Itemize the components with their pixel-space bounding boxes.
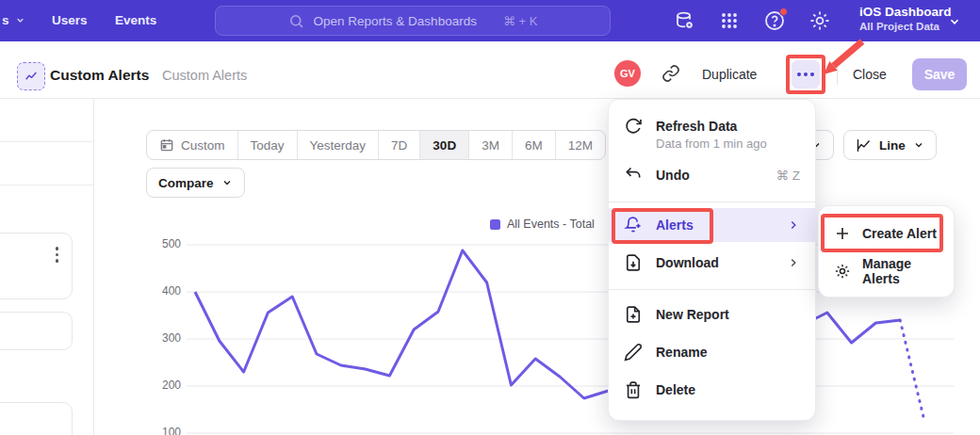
menu-item-alerts[interactable]: Alerts [609,208,815,242]
top-navigation-bar: s Users Events Open Reports & Dashboards… [0,0,980,41]
file-plus-icon [624,305,643,324]
chart-type-button[interactable]: Line [843,130,937,160]
undo-shortcut: ⌘ Z [776,168,801,183]
help-icon[interactable] [763,9,786,32]
gear-icon [834,263,851,280]
builder-card[interactable] [0,402,73,435]
y-axis-tick: 400 [143,284,181,298]
y-axis-tick: 500 [143,237,181,250]
submenu-item-create-alert[interactable]: Create Alert [819,215,954,252]
menu-item-rename[interactable]: Rename [609,333,815,371]
report-icon [17,62,45,90]
range-yesterday[interactable]: Yesterday [297,131,379,159]
report-header: Custom Alerts Custom Alerts GV Duplicate… [0,41,980,99]
chart-legend[interactable]: All Events - Total [490,218,595,231]
submenu-item-manage-alerts[interactable]: Manage Alerts [819,252,954,290]
panel-divider [93,99,94,435]
legend-swatch [490,219,500,230]
sidebar-separator [0,185,93,185]
sidebar-separator [0,141,93,142]
chevron-right-icon [787,256,800,269]
refresh-icon [624,117,643,136]
breadcrumb: Custom Alerts [162,68,247,83]
context-menu: Refresh Data Data from 1 min ago Undo ⌘ … [608,99,816,421]
menu-item-refresh-subtitle: Data from 1 min ago [609,137,815,154]
pencil-icon [624,343,643,362]
download-file-icon [624,253,643,272]
range-3m[interactable]: 3M [468,131,512,159]
menu-divider [609,289,815,290]
chevron-down-icon [221,177,233,188]
nav-item-events[interactable]: Events [115,13,156,27]
kebab-menu-icon[interactable] [56,247,59,263]
bell-plus-icon [624,216,643,234]
project-scope: All Project Data [859,21,952,32]
menu-divider [609,201,815,202]
chevron-down-icon [15,15,25,25]
close-button[interactable]: Close [853,67,887,82]
data-gear-icon[interactable] [673,9,695,32]
compare-button[interactable]: Compare [146,168,245,198]
range-today[interactable]: Today [237,131,297,159]
menu-item-new-report[interactable]: New Report [609,296,815,333]
range-12m[interactable]: 12M [555,131,605,159]
legend-label: All Events - Total [507,218,595,231]
menu-item-download[interactable]: Download [609,242,815,283]
range-6m[interactable]: 6M [512,131,555,159]
builder-card[interactable] [0,233,73,299]
page-title: Custom Alerts [50,67,149,84]
line-chart-icon [856,137,872,153]
search-shortcut: ⌘ + K [503,14,538,28]
date-range-picker: Custom Today Yesterday 7D 30D 3M 6M 12M [146,130,606,160]
search-icon [288,13,304,29]
builder-card[interactable] [0,312,73,350]
range-7d[interactable]: 7D [378,131,419,159]
range-custom[interactable]: Custom [147,131,237,159]
project-switcher[interactable]: iOS Dashboard All Project Data [859,5,952,32]
line-series-incomplete [900,320,924,421]
range-30d[interactable]: 30D [419,131,468,159]
menu-item-undo[interactable]: Undo ⌘ Z [609,154,815,196]
project-name: iOS Dashboard [859,5,952,19]
save-button[interactable]: Save [912,58,967,90]
y-axis-tick: 100 [143,426,181,435]
menu-item-delete[interactable]: Delete [609,371,815,409]
y-axis-tick: 300 [143,331,181,345]
nav-item-cropped[interactable]: s [2,13,25,27]
trash-icon [624,380,643,399]
settings-icon[interactable] [808,9,831,32]
more-options-button[interactable] [792,60,820,89]
plus-icon [834,225,851,242]
nav-item-users[interactable]: Users [52,13,88,27]
y-axis-tick: 200 [143,379,181,392]
alerts-submenu: Create Alert Manage Alerts [818,205,955,298]
header-divider [837,62,838,85]
calendar-icon [159,137,174,153]
duplicate-button[interactable]: Duplicate [702,67,757,82]
undo-icon [624,166,643,185]
share-link-icon[interactable] [662,64,680,83]
apps-grid-icon[interactable] [718,9,741,32]
notification-dot [779,8,788,16]
chevron-down-icon [913,139,924,151]
chevron-right-icon [787,218,800,232]
chevron-down-icon [948,15,961,28]
avatar[interactable]: GV [614,60,641,87]
search-input[interactable]: Open Reports & Dashboards ⌘ + K [215,6,611,36]
